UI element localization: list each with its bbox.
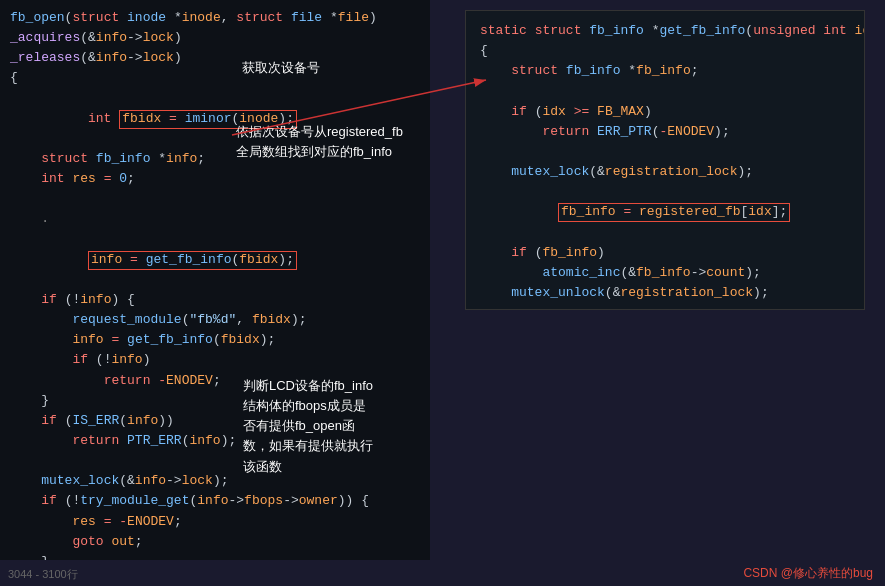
right-line-5: if (idx >= FB_MAX) bbox=[480, 102, 850, 122]
code-line-24: } bbox=[10, 552, 420, 560]
code-line-13: info = get_fb_info(fbidx); bbox=[10, 330, 420, 350]
annotation-fb-open: 判断LCD设备的fb_info结构体的fbops成员是否有提供fb_open函数… bbox=[243, 376, 373, 477]
code-line-1: fb_open(struct inode *inode, struct file… bbox=[10, 8, 420, 28]
line-range: 3044 - 3100行 bbox=[8, 568, 78, 580]
right-line-9: fb_info = registered_fb[idx]; bbox=[480, 182, 850, 242]
watermark-author: @修心养性的bug bbox=[781, 566, 873, 580]
right-line-4 bbox=[480, 81, 850, 101]
right-line-7 bbox=[480, 142, 850, 162]
watermark: CSDN @修心养性的bug bbox=[743, 565, 873, 582]
right-line-6: return ERR_PTR(-ENODEV); bbox=[480, 122, 850, 142]
code-line-21: if (!try_module_get(info->fbops->owner))… bbox=[10, 491, 420, 511]
code-line-2: _acquires(&info->lock) bbox=[10, 28, 420, 48]
right-line-2: { bbox=[480, 41, 850, 61]
bottom-bar: CSDN @修心养性的bug bbox=[0, 560, 885, 586]
right-line-10: if (fb_info) bbox=[480, 243, 850, 263]
right-line-1: static struct fb_info *get_fb_info(unsig… bbox=[480, 21, 850, 41]
annotation-get-fb-info: 依据次设备号从registered_fb全局数组找到对应的fb_info bbox=[236, 122, 403, 162]
main-container: fb_open(struct inode *inode, struct file… bbox=[0, 0, 885, 586]
watermark-platform: CSDN bbox=[743, 566, 777, 580]
right-line-8: mutex_lock(&registration_lock); bbox=[480, 162, 850, 182]
code-line-14: if (!info) bbox=[10, 350, 420, 370]
code-line-4: { bbox=[10, 68, 420, 88]
code-line-22: res = -ENODEV; bbox=[10, 512, 420, 532]
right-line-13 bbox=[480, 303, 850, 310]
code-line-9: . bbox=[10, 209, 420, 229]
code-line-8 bbox=[10, 189, 420, 209]
right-line-11: atomic_inc(&fb_info->count); bbox=[480, 263, 850, 283]
code-line-12: request_module("fb%d", fbidx); bbox=[10, 310, 420, 330]
right-code-panel: static struct fb_info *get_fb_info(unsig… bbox=[465, 10, 865, 310]
code-line-11: if (!info) { bbox=[10, 290, 420, 310]
code-line-3: _releases(&info->lock) bbox=[10, 48, 420, 68]
annotation-get-minor: 获取次设备号 bbox=[242, 58, 320, 78]
right-line-12: mutex_unlock(&registration_lock); bbox=[480, 283, 850, 303]
bottom-line-info: 3044 - 3100行 bbox=[0, 563, 86, 586]
code-line-10: info = get_fb_info(fbidx); bbox=[10, 230, 420, 290]
code-line-7: int res = 0; bbox=[10, 169, 420, 189]
right-line-3: struct fb_info *fb_info; bbox=[480, 61, 850, 81]
code-line-23: goto out; bbox=[10, 532, 420, 552]
